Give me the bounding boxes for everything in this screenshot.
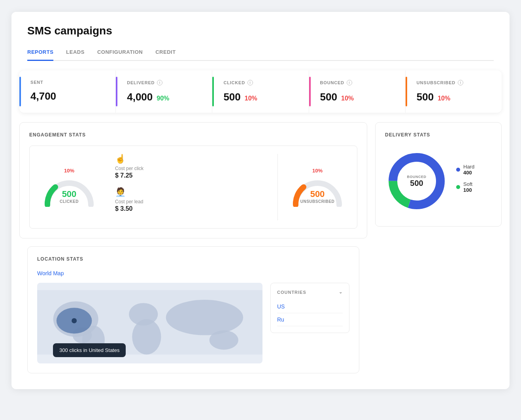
right-panel: DELIVERY STATS BOUNCED bbox=[375, 122, 502, 381]
stat-label-text-sent: SENT bbox=[30, 80, 43, 85]
country-item-ru[interactable]: Ru bbox=[277, 313, 343, 326]
stat-info-icon-unsubscribed[interactable]: i bbox=[458, 80, 463, 85]
countries-panel: COUNTRIES ⌄ USRu bbox=[270, 283, 349, 333]
stat-value-row-unsubscribed: 50010% bbox=[417, 91, 491, 103]
stat-label-unsubscribed: UNSUBSCRIBEDi bbox=[417, 80, 491, 85]
stat-card-bounced: BOUNCEDi50010% bbox=[309, 70, 406, 113]
tabs-nav: REPORTSLEADSCONFIGURATIONCREDIT bbox=[27, 45, 494, 61]
unsubscribed-percent: 10% bbox=[286, 168, 349, 174]
legend-dot-soft bbox=[456, 185, 460, 189]
stat-label-text-clicked: CLICKED bbox=[223, 80, 245, 85]
stat-accent-unsubscribed bbox=[406, 77, 407, 106]
donut-value: 500 bbox=[407, 179, 426, 188]
stat-value-unsubscribed: 500 bbox=[417, 91, 434, 103]
stat-accent-bounced bbox=[309, 77, 311, 106]
stat-percent-delivered: 90% bbox=[157, 95, 169, 102]
map-visual: 300 clicks in United States bbox=[37, 283, 262, 363]
unsubscribed-gauge-value: 500 UNSUBSCRIBED bbox=[300, 189, 335, 204]
clicked-percent: 10% bbox=[38, 168, 101, 174]
stat-accent-clicked bbox=[212, 77, 214, 106]
legend-text-soft: Soft bbox=[463, 181, 472, 187]
cost-per-click: ☝ Cost per click $ 7.25 bbox=[115, 154, 263, 179]
cost-per-lead-value: $ 3.50 bbox=[115, 205, 263, 212]
stat-percent-bounced: 10% bbox=[341, 95, 354, 102]
stat-label-delivered: DELIVEREDi bbox=[127, 80, 201, 85]
location-panel: LOCATION STATS World Map bbox=[27, 246, 359, 373]
map-tooltip: 300 clicks in United States bbox=[53, 343, 126, 357]
location-title: LOCATION STATS bbox=[37, 256, 349, 262]
main-content: ENGAGEMENT STATS 10% 500 CLICK bbox=[11, 122, 510, 389]
cost-per-lead: 🧑‍💼 Cost per lead $ 3.50 bbox=[115, 187, 263, 212]
svg-point-5 bbox=[132, 319, 161, 355]
stat-percent-unsubscribed: 10% bbox=[438, 95, 450, 102]
legend-item-soft: Soft100 bbox=[456, 181, 474, 193]
cost-per-lead-label: Cost per lead bbox=[115, 199, 263, 204]
donut-wrapper: BOUNCED 500 bbox=[385, 149, 448, 213]
stat-info-icon-bounced[interactable]: i bbox=[347, 80, 352, 85]
engagement-panel: ENGAGEMENT STATS 10% 500 CLICK bbox=[19, 122, 367, 238]
countries-list: USRu bbox=[277, 300, 343, 326]
svg-point-7 bbox=[210, 330, 238, 350]
legend-count-hard: 400 bbox=[463, 170, 474, 176]
engagement-title: ENGAGEMENT STATS bbox=[29, 132, 357, 138]
page-header: SMS campaigns REPORTSLEADSCONFIGURATIONC… bbox=[11, 12, 510, 61]
stat-card-clicked: CLICKEDi50010% bbox=[212, 70, 309, 113]
stat-value-delivered: 4,000 bbox=[127, 91, 153, 103]
stat-value-row-sent: 4,700 bbox=[30, 90, 104, 102]
countries-header: COUNTRIES ⌄ bbox=[277, 289, 343, 295]
stat-info-icon-delivered[interactable]: i bbox=[157, 80, 162, 85]
legend-count-soft: 100 bbox=[463, 187, 472, 193]
stat-label-text-bounced: BOUNCED bbox=[320, 80, 344, 85]
stat-accent-sent bbox=[19, 77, 21, 106]
donut-center: BOUNCED 500 bbox=[407, 175, 426, 188]
stat-value-row-bounced: 50010% bbox=[320, 91, 394, 103]
engagement-inner: 10% 500 CLICKED bbox=[29, 146, 357, 229]
clicked-label: CLICKED bbox=[60, 199, 79, 204]
stat-card-unsubscribed: UNSUBSCRIBEDi50010% bbox=[406, 70, 502, 113]
legend-item-hard: Hard400 bbox=[456, 164, 474, 176]
page-title: SMS campaigns bbox=[27, 25, 494, 37]
stat-value-clicked: 500 bbox=[223, 91, 240, 103]
tab-credit[interactable]: CREDIT bbox=[155, 45, 176, 61]
cost-per-click-value: $ 7.25 bbox=[115, 172, 263, 179]
stat-label-bounced: BOUNCEDi bbox=[320, 80, 394, 85]
svg-point-6 bbox=[166, 300, 243, 335]
clicked-gauge: 10% 500 CLICKED bbox=[38, 168, 101, 207]
lead-icon: 🧑‍💼 bbox=[115, 187, 263, 197]
divider bbox=[277, 154, 278, 220]
donut-section: BOUNCED 500 Hard400Soft100 bbox=[385, 146, 492, 217]
unsubscribed-gauge: 10% 500 UNSUBSCRIBED bbox=[286, 168, 349, 207]
world-map-link[interactable]: World Map bbox=[37, 270, 64, 276]
cost-per-click-label: Cost per click bbox=[115, 166, 263, 171]
cost-block: ☝ Cost per click $ 7.25 🧑‍💼 Cost per lea… bbox=[109, 154, 270, 220]
clicked-gauge-value: 500 CLICKED bbox=[60, 189, 79, 204]
donut-label: BOUNCED bbox=[407, 175, 426, 179]
countries-label: COUNTRIES bbox=[277, 290, 306, 295]
stat-label-text-delivered: DELIVERED bbox=[127, 80, 155, 85]
stat-label-sent: SENT bbox=[30, 80, 104, 85]
legend-text-hard: Hard bbox=[463, 164, 474, 170]
stat-value-bounced: 500 bbox=[320, 91, 337, 103]
legend-list: Hard400Soft100 bbox=[456, 164, 474, 199]
stat-card-delivered: DELIVEREDi4,00090% bbox=[116, 70, 212, 113]
stats-section: SENT4,700DELIVEREDi4,00090%CLICKEDi50010… bbox=[19, 70, 502, 113]
tab-leads[interactable]: LEADS bbox=[66, 45, 85, 61]
unsubscribed-label: UNSUBSCRIBED bbox=[300, 199, 335, 204]
stat-info-icon-clicked[interactable]: i bbox=[247, 80, 253, 85]
stat-value-row-delivered: 4,00090% bbox=[127, 91, 201, 103]
tab-reports[interactable]: REPORTS bbox=[27, 45, 53, 61]
country-item-us[interactable]: US bbox=[277, 300, 343, 313]
legend-dot-hard bbox=[456, 168, 460, 172]
stat-percent-clicked: 10% bbox=[245, 95, 257, 102]
chevron-down-icon[interactable]: ⌄ bbox=[339, 289, 343, 295]
stat-accent-delivered bbox=[116, 77, 117, 106]
stat-label-clicked: CLICKEDi bbox=[223, 80, 297, 85]
page-wrapper: SMS campaigns REPORTSLEADSCONFIGURATIONC… bbox=[11, 12, 510, 389]
tab-configuration[interactable]: CONFIGURATION bbox=[97, 45, 143, 61]
delivery-panel: DELIVERY STATS BOUNCED bbox=[375, 122, 502, 227]
stat-value-row-clicked: 50010% bbox=[223, 91, 297, 103]
delivery-title: DELIVERY STATS bbox=[385, 132, 492, 138]
svg-point-9 bbox=[72, 318, 77, 323]
left-panel: ENGAGEMENT STATS 10% 500 CLICK bbox=[19, 122, 367, 381]
stat-label-text-unsubscribed: UNSUBSCRIBED bbox=[417, 80, 455, 85]
